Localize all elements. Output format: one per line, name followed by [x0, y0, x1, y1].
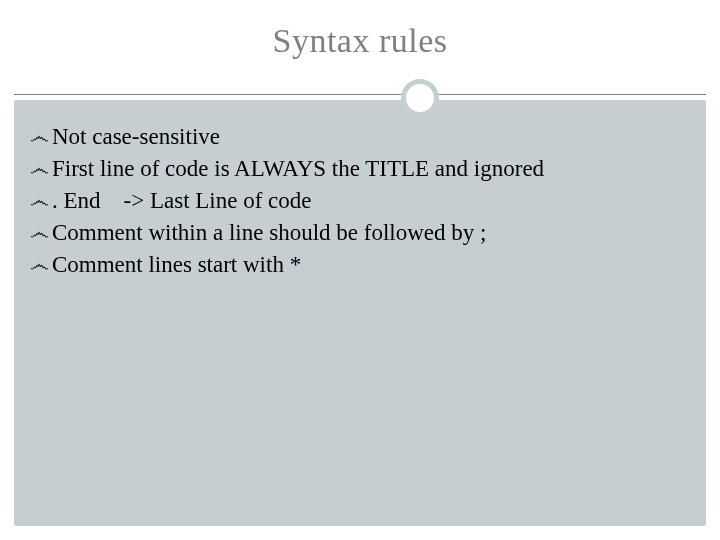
divider-circle-icon [402, 80, 438, 116]
title-divider [14, 78, 706, 112]
bullet-icon: ෴ [30, 153, 52, 183]
bullet-icon: ෴ [30, 249, 52, 279]
slide: Syntax rules ෴ Not case-sensitive ෴ Firs… [0, 0, 720, 540]
slide-title: Syntax rules [0, 6, 720, 60]
bullet-icon: ෴ [30, 217, 52, 247]
list-item: ෴ Comment within a line should be follow… [30, 217, 690, 248]
bullet-list: ෴ Not case-sensitive ෴ First line of cod… [30, 120, 690, 281]
bullet-icon: ෴ [30, 185, 52, 215]
list-item: ෴ Not case-sensitive [30, 121, 690, 152]
list-item-text: First line of code is ALWAYS the TITLE a… [52, 153, 690, 184]
list-item: ෴ Comment lines start with * [30, 249, 690, 280]
divider-line [14, 94, 706, 95]
list-item-text: . End -> Last Line of code [52, 185, 690, 216]
list-item: ෴ . End -> Last Line of code [30, 185, 690, 216]
list-item-text: Not case-sensitive [52, 121, 690, 152]
list-item-text: Comment within a line should be followed… [52, 217, 690, 248]
bullet-icon: ෴ [30, 121, 52, 151]
list-item: ෴ First line of code is ALWAYS the TITLE… [30, 153, 690, 184]
list-item-text: Comment lines start with * [52, 249, 690, 280]
